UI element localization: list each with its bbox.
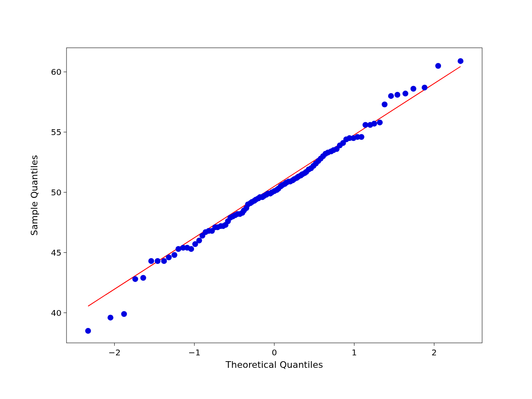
data-point [402, 91, 408, 96]
data-point [166, 254, 172, 260]
data-point [458, 58, 463, 64]
data-point [371, 121, 377, 127]
data-point [140, 275, 146, 281]
x-axis-label: Theoretical Quantiles [225, 360, 323, 370]
data-point [196, 238, 202, 244]
x-tick-label: −2 [108, 347, 121, 357]
data-point [172, 252, 177, 258]
x-tick-label: 0 [272, 347, 277, 357]
data-point [85, 328, 91, 334]
x-tick-label: 2 [431, 347, 437, 357]
scatter-points [85, 58, 463, 334]
y-tick-label: 60 [51, 67, 62, 77]
x-axis-ticks: −2−1012 [108, 343, 437, 357]
qq-plot: −2−1012 4045505560 Theoretical Quantiles… [0, 0, 532, 399]
y-tick-label: 40 [51, 308, 62, 318]
y-tick-label: 50 [51, 187, 62, 197]
y-tick-label: 55 [51, 127, 62, 137]
data-point [108, 315, 113, 320]
data-point [161, 258, 167, 264]
y-axis-ticks: 4045505560 [51, 67, 66, 318]
plot-area-border [66, 48, 482, 343]
data-point [132, 276, 138, 282]
x-tick-label: 1 [352, 347, 357, 357]
data-point [188, 246, 194, 252]
data-point [411, 86, 416, 92]
data-point [394, 92, 400, 98]
data-point [148, 258, 154, 264]
y-tick-label: 45 [51, 248, 62, 258]
y-axis-label: Sample Quantiles [29, 155, 39, 236]
x-tick-label: −1 [188, 347, 200, 357]
data-point [377, 120, 383, 126]
data-point [388, 93, 394, 99]
data-point [155, 258, 160, 264]
chart-svg: −2−1012 4045505560 Theoretical Quantiles… [0, 0, 532, 399]
data-point [435, 63, 441, 69]
data-point [422, 85, 428, 91]
data-point [121, 311, 127, 317]
data-point [382, 101, 387, 107]
data-point [359, 134, 365, 140]
reference-line [88, 66, 461, 306]
